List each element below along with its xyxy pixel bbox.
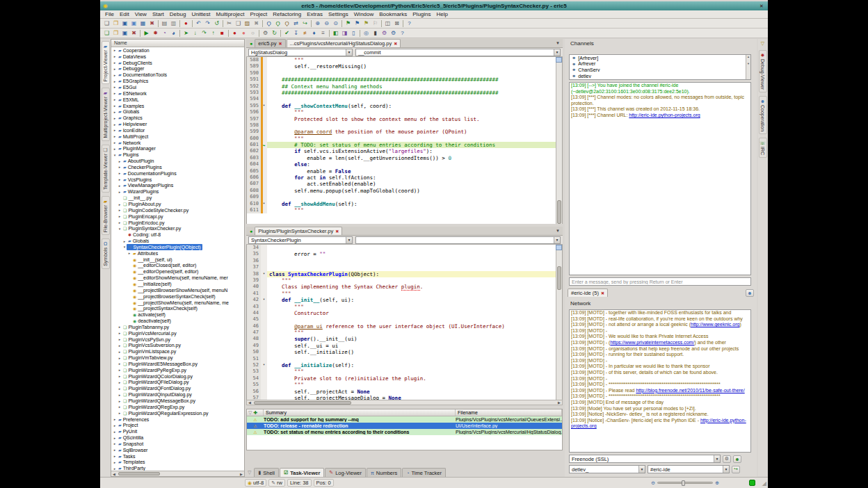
chevron-down-icon[interactable]: ▼ (554, 49, 560, 56)
task-row[interactable]: ⚠TODO: set status of menu entries accord… (247, 429, 562, 435)
tree-item[interactable]: ▸▰Graphics (111, 115, 244, 121)
nick-combo[interactable]: detlev_ ▼ (569, 465, 645, 473)
channel-user[interactable]: ☻detlev (570, 73, 750, 79)
breakpoint-toggle-icon[interactable]: ● (230, 29, 239, 38)
zoom-out-icon[interactable]: ⊖ (651, 480, 655, 486)
scroll-right-icon[interactable]: ▶ (556, 400, 562, 405)
fold-margin[interactable] (261, 356, 267, 362)
fold-margin[interactable] (261, 316, 267, 323)
search-icon[interactable]: Ϙ (264, 19, 273, 28)
tree-item[interactable]: ▸▰Project (111, 422, 244, 428)
help-icon[interactable]: ? (398, 29, 407, 38)
tree-item[interactable]: ▸❏PluginWizardQRegularExpression.py (111, 410, 244, 416)
remove-split-icon[interactable]: ⊠ (392, 19, 401, 28)
tree-item[interactable]: ▸▰CheckerPlugins (111, 164, 244, 170)
vcs-status-icon[interactable]: ♦ (310, 29, 319, 38)
profile-script-icon[interactable]: ◔ (160, 29, 169, 38)
menu-settings[interactable]: Settings (326, 11, 351, 17)
revert-icon[interactable]: ↺ (212, 19, 221, 28)
channel-user[interactable]: ☻Arfrever (570, 61, 750, 67)
editor-bottom-vscrollbar[interactable] (556, 245, 562, 400)
join-channel-combo[interactable]: #eric-ide ▼ (648, 465, 730, 473)
tree-item[interactable]: ◉__initialize(self) (111, 281, 244, 287)
fold-margin[interactable] (261, 161, 267, 168)
quit-icon[interactable]: ● (182, 19, 191, 28)
editor-bottom-hscrollbar[interactable]: ◀ ▶ (246, 400, 563, 405)
tree-item[interactable]: ▸▰PyUnit (111, 428, 244, 434)
tree-item[interactable]: ▸▰Templates (111, 459, 244, 466)
tree-item[interactable]: ▸❏PluginVmListspace.py (111, 348, 244, 355)
tree-item[interactable]: ▸▰E5Graphics (111, 78, 244, 84)
tree-item[interactable]: ▸❏PluginWizardQFontDialog.py (111, 385, 244, 391)
chevron-down-icon[interactable]: ▼ (638, 466, 645, 473)
fold-margin[interactable] (261, 336, 267, 342)
message-link[interactable]: http://www.geeknic.org (691, 322, 739, 327)
fold-margin[interactable] (261, 349, 267, 355)
tree-item[interactable]: ✱Coding: utf-8 (111, 231, 244, 238)
close-icon[interactable]: ✖ (394, 41, 397, 46)
filter-icon[interactable]: ▽ (761, 41, 764, 47)
vcs-update-icon[interactable]: ↧ (291, 29, 300, 38)
message-link[interactable]: http://eric-ide.python-projects.org (629, 113, 700, 117)
tree-item[interactable]: ▸❏PluginTabnanny.py (111, 324, 244, 330)
fold-margin[interactable] (261, 90, 267, 96)
tree-horizontal-scrollbar[interactable]: ◀ ▶ (111, 471, 244, 476)
tree-item[interactable]: ▸▰AboutPlugin (111, 158, 244, 164)
code-area-top[interactable]: 588 """589 self.__restoreMissing()590591… (246, 57, 563, 224)
tree-item[interactable]: ◉__projectSyntaxCheck(self) (111, 305, 244, 311)
message-link[interactable]: https://www.privateinternetaccess.com/ (610, 340, 694, 345)
editor-top-vscrollbar[interactable] (556, 57, 562, 224)
menu-window[interactable]: Window (351, 11, 376, 17)
toolbox-tab-time-tracker[interactable]: ◔Time Tracker (402, 468, 446, 477)
close-icon[interactable]: ✖ (601, 291, 604, 295)
menu-bookmarks[interactable]: Bookmarks (376, 11, 410, 17)
menu-debug[interactable]: Debug (167, 11, 189, 17)
join-channel-button[interactable]: ↪ (732, 466, 740, 473)
menu-view[interactable]: View (132, 11, 150, 17)
tree-item[interactable]: ▸▰SqlBrowser (111, 447, 244, 453)
editor-tab[interactable]: Plugins/PluginSyntaxChecker.py✖ (255, 227, 342, 235)
fold-margin[interactable] (261, 207, 267, 213)
fold-margin[interactable] (261, 188, 267, 194)
menu-multiproject[interactable]: Multiproject (214, 11, 248, 17)
tree-item[interactable]: ▸▰DebugClients (111, 60, 244, 66)
tree-item[interactable]: ▸▰VcsPlugins (111, 177, 244, 183)
task-row[interactable]: ⚠TODO: add support for hg summary --mqPl… (247, 416, 562, 423)
channel-users-button[interactable]: ☻ (746, 289, 754, 297)
menu-project[interactable]: Project (247, 11, 270, 17)
fold-margin[interactable] (261, 174, 267, 181)
fold-margin[interactable] (261, 63, 267, 70)
fold-margin[interactable] (261, 277, 267, 284)
away-button[interactable]: ☻ (733, 455, 741, 463)
fold-margin[interactable] (261, 129, 267, 135)
tree-item[interactable]: ▸❏PluginWizardPyRegExp.py (111, 367, 244, 373)
delete-icon[interactable]: ✖ (252, 19, 261, 28)
tree-item[interactable]: ▸▰Globals (111, 238, 244, 244)
tree-item[interactable]: ▸▰ThirdParty (111, 465, 244, 471)
copy-icon[interactable]: ❑ (234, 19, 243, 28)
tree-item[interactable]: ▸▰DataViews (111, 54, 244, 60)
tree-item[interactable]: ▸❏PluginWizardQColorDialog.py (111, 373, 244, 380)
fold-margin[interactable] (261, 194, 267, 200)
tree-item[interactable]: ▸▰Attributes (111, 250, 244, 257)
split-handle[interactable] (556, 57, 562, 63)
fold-margin[interactable] (261, 264, 267, 270)
tree-item[interactable]: ▸❏PluginCodeStyleChecker.py (111, 207, 244, 213)
tree-item[interactable]: ▾▰Plugins (111, 152, 244, 158)
fold-margin[interactable] (261, 389, 267, 395)
fold-margin[interactable] (261, 258, 267, 264)
channel-user[interactable]: ☻ChanServ (570, 67, 750, 73)
filter-icon[interactable]: ▽ (248, 470, 251, 475)
debug-script-icon[interactable]: ✸ (151, 29, 160, 38)
close-project-icon[interactable]: ✖ (129, 29, 138, 38)
fold-margin[interactable] (261, 291, 267, 297)
menu-unittest[interactable]: Unittest (188, 11, 213, 17)
tree-item[interactable]: ❏__init__.py (111, 195, 244, 201)
tree-item[interactable]: ▸▰ViewManagerPlugins (111, 183, 244, 189)
close-icon[interactable]: ✖ (335, 229, 339, 234)
tree-item[interactable]: ▸❏PluginWizardQFileDialog.py (111, 380, 244, 386)
sidebar-tab-multiproject-viewer[interactable]: ▰Multiproject-Viewer (102, 88, 110, 140)
menu-plugins[interactable]: Plugins (410, 11, 433, 17)
fold-margin[interactable] (261, 116, 267, 122)
toolbox-tab-log-viewer[interactable]: ✎Log-Viewer (325, 468, 366, 477)
